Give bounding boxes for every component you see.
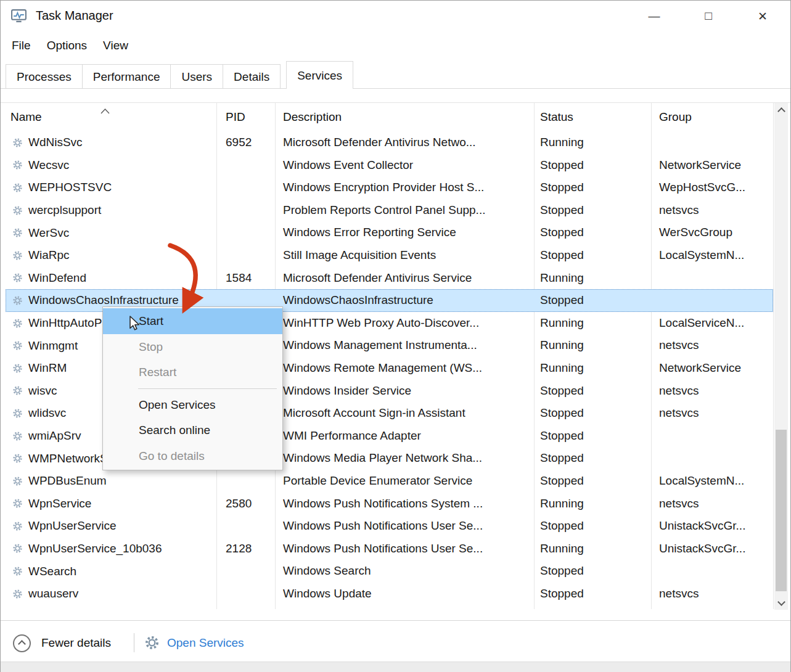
cell-desc: Windows Search [275,560,534,583]
service-gear-icon [12,408,23,419]
context-menu-item-search-online[interactable]: Search online [103,417,282,443]
cell-desc: Microsoft Defender Antivirus Service [275,267,534,290]
cell-status: Stopped [534,221,651,244]
cell-name: wercplsupport [6,203,216,217]
cell-name: Wecsvc [6,158,216,172]
service-name: WdNisSvc [28,136,83,149]
service-row-WPDBusEnum[interactable]: WPDBusEnumPortable Device Enumerator Ser… [6,470,773,493]
scroll-down-button[interactable] [774,596,788,610]
cell-status: Stopped [534,470,651,493]
column-header-description[interactable]: Description [275,110,534,124]
cell-group: netsvcs [651,402,773,425]
service-row-WinDefend[interactable]: WinDefend1584Microsoft Defender Antiviru… [6,267,773,290]
footer-separator [134,633,134,652]
service-gear-icon [12,250,23,261]
service-name: WpnService [28,497,91,510]
service-row-Wecsvc[interactable]: WecsvcWindows Event CollectorStoppedNetw… [6,154,773,177]
column-header-pid[interactable]: PID [216,110,275,124]
context-menu-item-open-services[interactable]: Open Services [103,392,282,418]
service-row-WEPHOSTSVC[interactable]: WEPHOSTSVCWindows Encryption Provider Ho… [6,176,773,199]
cell-group: LocalSystemN... [651,470,773,493]
service-gear-icon [12,137,23,148]
cell-name: WpnUserService [6,519,216,533]
cell-status: Stopped [534,380,651,403]
service-name: wmiApSrv [28,429,81,443]
menu-options[interactable]: Options [39,31,95,60]
service-row-WdNisSvc[interactable]: WdNisSvc6952Microsoft Defender Antivirus… [6,131,773,154]
cell-name: WEPHOSTSVC [6,181,216,194]
cell-status: Running [534,131,651,154]
context-menu-item-go-to-details: Go to details [103,443,282,469]
task-manager-window: Task Manager — □ ✕ FileOptionsView Proce… [0,0,791,672]
cell-group: UnistackSvcGr... [651,538,773,560]
collapse-circle-icon [13,634,31,652]
cell-group: WepHostSvcG... [651,176,773,199]
service-gear-icon [12,476,23,486]
table-header: NamePIDDescriptionStatusGroup [6,103,773,131]
scroll-up-button[interactable] [774,103,788,117]
service-row-WerSvc[interactable]: WerSvcWindows Error Reporting ServiceSto… [6,221,773,244]
context-menu-item-start[interactable]: Start [103,308,282,334]
cell-group: netsvcs [651,583,773,605]
cell-desc: Problem Reports Control Panel Supp... [275,199,534,222]
service-gear-icon [12,363,23,374]
cell-name: WPDBusEnum [6,474,216,488]
service-gear-icon [12,385,23,396]
open-services-link[interactable]: Open Services [167,636,244,650]
service-row-WpnUserService_10b036[interactable]: WpnUserService_10b0362128Windows Push No… [6,538,773,560]
cell-status: Stopped [534,583,651,605]
scrollbar-thumb[interactable] [776,430,787,591]
service-name: WindowsChaosInfrastructure [28,293,179,307]
service-name: WEPHOSTSVC [28,181,112,194]
cell-desc: Windows Push Notifications System ... [275,493,534,515]
service-gear-icon [12,340,23,351]
cell-status: Running [534,538,651,560]
service-row-WpnService[interactable]: WpnService2580Windows Push Notifications… [6,493,773,515]
cell-status: Running [534,334,651,357]
cell-status: Running [534,267,651,290]
maximize-button[interactable]: □ [681,1,736,31]
service-row-WiaRpc[interactable]: WiaRpcStill Image Acquisition EventsStop… [6,244,773,267]
chevron-down-icon [777,598,785,606]
column-header-group[interactable]: Group [651,110,773,124]
service-name: WiaRpc [28,248,70,262]
minimize-button[interactable]: — [627,1,681,31]
column-header-name[interactable]: Name [6,110,216,124]
cell-group: WerSvcGroup [651,221,773,244]
tab-details[interactable]: Details [223,64,281,89]
cell-name: WindowsChaosInfrastructure [6,293,216,307]
cell-desc: Windows Event Collector [275,154,534,177]
menu-file[interactable]: File [4,31,39,60]
cell-group: netsvcs [651,380,773,403]
task-manager-icon [10,7,27,24]
cell-desc: Windows Remote Management (WS... [275,357,534,380]
service-row-wuauserv[interactable]: wuauservWindows UpdateStoppednetsvcs [6,583,773,605]
service-row-WSearch[interactable]: WSearchWindows SearchStopped [6,560,773,583]
cell-desc: Still Image Acquisition Events [275,244,534,267]
cell-status: Stopped [534,447,651,470]
vertical-scrollbar[interactable] [774,103,788,610]
column-header-status[interactable]: Status [534,110,651,124]
tab-bar: ProcessesPerformanceUsersDetailsServices [6,60,353,89]
cell-name: WinDefend [6,271,216,285]
tab-processes[interactable]: Processes [6,64,83,89]
cell-pid: 2580 [216,493,275,515]
cell-status: Stopped [534,402,651,425]
cell-desc: Microsoft Account Sign-in Assistant [275,402,534,425]
tab-performance[interactable]: Performance [82,64,171,89]
service-name: wisvc [28,384,57,398]
service-name: Wecsvc [28,158,69,172]
close-button[interactable]: ✕ [736,1,790,31]
cell-desc: Windows Push Notifications User Se... [275,515,534,538]
service-gear-icon [12,521,23,531]
tab-users[interactable]: Users [170,64,223,89]
context-menu: StartStopRestartOpen ServicesSearch onli… [102,306,283,470]
cell-group: LocalServiceN... [651,312,773,335]
menu-view[interactable]: View [95,31,136,60]
service-gear-icon [12,182,23,193]
fewer-details-button[interactable]: Fewer details [13,631,111,655]
tab-services[interactable]: Services [286,61,353,89]
cell-group: LocalSystemN... [651,244,773,267]
service-row-wercplsupport[interactable]: wercplsupportProblem Reports Control Pan… [6,199,773,222]
service-row-WpnUserService[interactable]: WpnUserServiceWindows Push Notifications… [6,515,773,538]
